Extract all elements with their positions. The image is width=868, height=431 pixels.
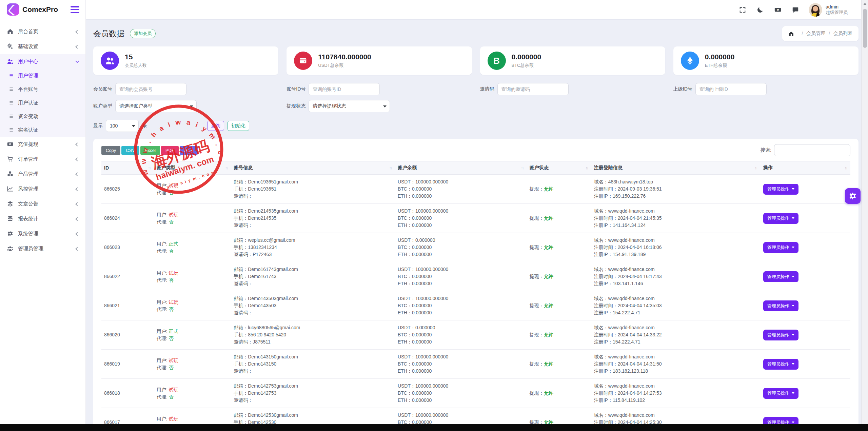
cell-account-type: 用户: 试玩代理: 否 — [154, 350, 231, 379]
breadcrumb-item[interactable]: 会员列表 — [833, 31, 852, 37]
export-excel-button[interactable]: Excel — [140, 146, 160, 155]
avatar[interactable] — [809, 3, 822, 17]
sidebar-item-用户中心[interactable]: 用户中心 — [0, 54, 85, 69]
add-member-button[interactable]: 添加会员 — [130, 29, 156, 38]
filter-label: 上级ID号 — [673, 86, 692, 92]
sidebar-subitem-用户认证[interactable]: 用户认证 — [0, 96, 85, 110]
admin-action-button[interactable]: 管理员操作 — [763, 242, 798, 253]
search-input[interactable] — [774, 144, 850, 156]
export-csv-button[interactable]: CSV — [121, 146, 139, 155]
table-row: 866019用户: 试玩代理: 否邮箱：Demo143150gmail.com手… — [101, 350, 850, 379]
stat-value: 0.000000 — [705, 53, 735, 61]
stat-label: BTC总余额 — [512, 62, 541, 68]
sidebar-item-管理员管理[interactable]: 管理员管理 — [0, 241, 85, 256]
cell-id: 866023 — [101, 233, 154, 262]
table-row: 866024用户: 试玩代理: 否邮箱：Demo214535gmail.com手… — [101, 204, 850, 233]
sidebar-item-产品管理[interactable]: 产品管理 — [0, 166, 85, 181]
admin-action-button[interactable]: 管理员操作 — [763, 388, 798, 399]
cell-action: 管理员操作 — [761, 204, 850, 233]
sidebar-subitem-平台账号[interactable]: 平台账号 — [0, 82, 85, 96]
sidebar-item-报表统计[interactable]: 报表统计 — [0, 211, 85, 226]
stat-value: 15 — [125, 53, 147, 61]
chevron-left-icon — [75, 202, 79, 206]
stat-cards: 15会员总人数1107840.000000USDT总余额B0.000000BTC… — [93, 46, 859, 75]
sidebar-item-充值提现[interactable]: 充值提现 — [0, 137, 85, 152]
account-id-input[interactable] — [309, 83, 380, 95]
column-header-账户类型[interactable]: 账户类型↑↓ — [154, 161, 231, 175]
export-copy-button[interactable]: Copy — [101, 146, 120, 155]
admin-action-label: 管理员操作 — [767, 274, 789, 280]
column-header-注册登陆信息[interactable]: 注册登陆信息↑↓ — [591, 161, 761, 175]
account-type-select[interactable]: 请选择账户类型 — [115, 100, 197, 112]
member-account-input[interactable] — [115, 83, 186, 95]
filter-label: 会员账号 — [93, 86, 112, 92]
cell-register-info: 域名：www.qdd-finance.com注册时间：2024-04-04 14… — [591, 320, 761, 350]
breadcrumb-item[interactable]: 会员管理 — [806, 31, 825, 37]
scrollbar-up-arrow[interactable] — [863, 3, 867, 5]
reset-button[interactable]: 初始化 — [228, 121, 249, 131]
admin-action-button[interactable]: 管理员操作 — [763, 271, 798, 282]
sort-icon: ↑↓ — [148, 166, 151, 170]
admin-action-button[interactable]: 管理员操作 — [763, 359, 798, 370]
admin-action-button[interactable]: 管理员操作 — [763, 417, 798, 424]
sort-icon: ↑↓ — [521, 166, 524, 170]
export-print-button[interactable]: Print — [180, 146, 198, 155]
admin-action-button[interactable]: 管理员操作 — [763, 184, 798, 195]
sidebar-subitem-实名认证[interactable]: 实名认证 — [0, 123, 85, 137]
column-header-操作[interactable]: 操作↑↓ — [761, 161, 850, 175]
sidebar-item-订单管理[interactable]: 订单管理 — [0, 152, 85, 166]
cell-balance: USDT：0.000000BTC：0.000000ETH：0.000000 — [395, 233, 527, 262]
admin-action-button[interactable]: 管理员操作 — [763, 300, 798, 311]
sidebar-item-风控管理[interactable]: 风控管理 — [0, 181, 85, 196]
settings-gear-button[interactable] — [845, 188, 861, 204]
coins-icon — [7, 215, 14, 222]
admin-action-label: 管理员操作 — [767, 215, 789, 221]
sidebar-menu: 后台首页基础设置用户中心用户管理平台账号用户认证资金变动实名认证充值提现订单管理… — [0, 19, 85, 256]
chevron-left-icon — [75, 157, 79, 161]
home-icon[interactable] — [788, 31, 794, 37]
scrollbar-track[interactable] — [861, 0, 868, 424]
menu-toggle-icon[interactable] — [71, 6, 79, 13]
admin-action-button[interactable]: 管理员操作 — [763, 213, 798, 224]
sidebar-item-label: 系统管理 — [18, 231, 76, 237]
parent-id-input[interactable] — [695, 83, 767, 95]
column-label: 账户余额 — [398, 165, 417, 171]
chevron-left-icon — [75, 142, 79, 146]
money-icon[interactable]: 1 — [774, 6, 782, 14]
stat-value: 0.000000 — [512, 53, 541, 61]
dark-mode-moon-icon[interactable] — [756, 6, 764, 14]
cell-id: 866020 — [101, 320, 154, 350]
sidebar-item-文章公告[interactable]: 文章公告 — [0, 196, 85, 211]
user-name: admin — [826, 4, 848, 10]
sidebar-item-系统管理[interactable]: 系统管理 — [0, 226, 85, 241]
query-button[interactable]: 查询 — [207, 121, 224, 131]
invite-code-input[interactable] — [497, 83, 569, 95]
filter-label: 账号ID号 — [287, 86, 305, 92]
page-size-select[interactable]: 100 — [106, 120, 139, 132]
cell-account-info: 邮箱：Demo143503gmail.com手机：Demo143503邀请码： — [231, 291, 395, 320]
withdraw-status-select[interactable]: 请选择提现状态 — [309, 100, 390, 112]
cell-register-info: 域名：www.qdd-finance.com注册时间：2024-04-04 16… — [591, 233, 761, 262]
cell-action: 管理员操作 — [761, 379, 850, 408]
export-pdf-button[interactable]: PDF — [161, 146, 179, 155]
sidebar-item-基础设置[interactable]: 基础设置 — [0, 39, 85, 54]
column-header-账号信息[interactable]: 账号信息↑↓ — [231, 161, 395, 175]
chevron-down-icon — [792, 247, 794, 248]
scrollbar-thumb[interactable] — [863, 9, 867, 48]
sidebar-subitem-用户管理[interactable]: 用户管理 — [0, 69, 85, 82]
btc-icon: B — [488, 52, 506, 70]
column-header-ID[interactable]: ID↑↓ — [101, 161, 154, 175]
chat-icon[interactable] — [792, 6, 799, 14]
sidebar-item-后台首页[interactable]: 后台首页 — [0, 24, 85, 39]
stat-card: 15会员总人数 — [93, 46, 278, 75]
admin-action-button[interactable]: 管理员操作 — [763, 330, 798, 340]
chart-icon — [7, 185, 14, 192]
column-header-账户余额[interactable]: 账户余额↑↓ — [395, 161, 527, 175]
chevron-down-icon — [190, 105, 193, 107]
sidebar-subitem-资金变动[interactable]: 资金变动 — [0, 110, 85, 123]
fullscreen-icon[interactable] — [739, 6, 746, 14]
column-header-账户状态[interactable]: 账户状态↑↓ — [527, 161, 591, 175]
table-row: 866023用户: 正式代理: 否邮箱：weplus.cc@gmail.com手… — [101, 233, 850, 262]
users-icon — [7, 58, 14, 65]
chevron-down-icon — [75, 59, 79, 63]
